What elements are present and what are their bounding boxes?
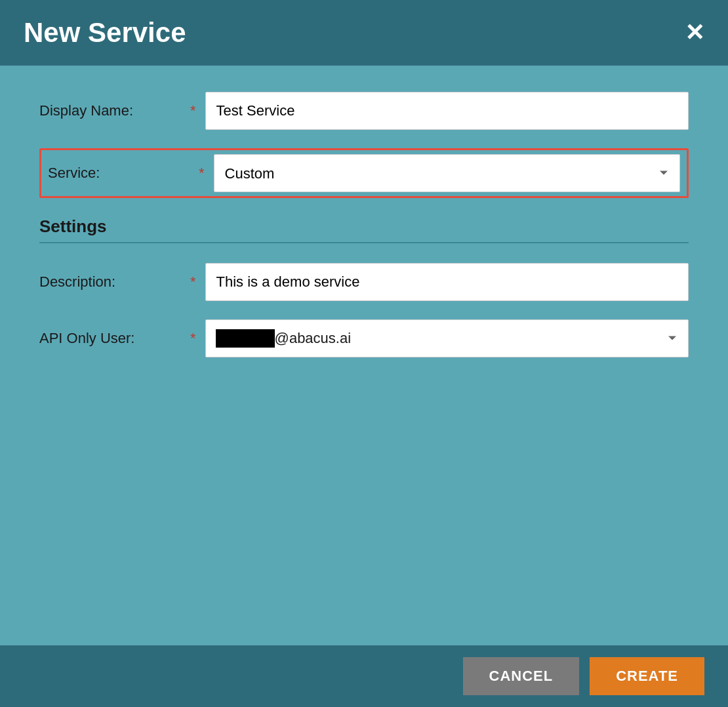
dialog-title: New Service (24, 17, 186, 49)
description-input[interactable] (205, 263, 689, 301)
dialog-body: Display Name: * Service: * Custom Other … (0, 66, 728, 645)
new-service-dialog: New Service ✕ Display Name: * Service: *… (0, 0, 728, 707)
description-label: Description: (39, 273, 190, 291)
create-button[interactable]: CREATE (590, 657, 704, 695)
api-user-required: * (190, 330, 196, 347)
close-button[interactable]: ✕ (685, 21, 704, 45)
cancel-button[interactable]: CANCEL (463, 657, 580, 695)
service-required: * (199, 165, 205, 182)
service-select[interactable]: Custom Other (214, 154, 680, 192)
description-required: * (190, 273, 196, 291)
dialog-header: New Service ✕ (0, 0, 728, 66)
api-user-row: API Only User: * ████████@abacus.ai @aba… (39, 319, 689, 357)
api-user-label: API Only User: (39, 330, 190, 347)
service-label: Service: (48, 165, 199, 182)
service-row-wrapper: Service: * Custom Other (39, 148, 689, 198)
settings-divider (39, 242, 689, 243)
display-name-required: * (190, 102, 196, 119)
display-name-label: Display Name: (39, 102, 190, 119)
display-name-row: Display Name: * (39, 92, 689, 130)
dialog-footer: CANCEL CREATE (0, 645, 728, 707)
settings-title: Settings (39, 216, 689, 237)
description-row: Description: * (39, 263, 689, 301)
display-name-input[interactable] (205, 92, 689, 130)
settings-section: Settings Description: * API Only User: *… (39, 216, 689, 357)
api-user-select[interactable]: ████████@abacus.ai (205, 319, 689, 357)
api-user-select-wrapper: ████████@abacus.ai @abacus.ai (205, 319, 689, 357)
